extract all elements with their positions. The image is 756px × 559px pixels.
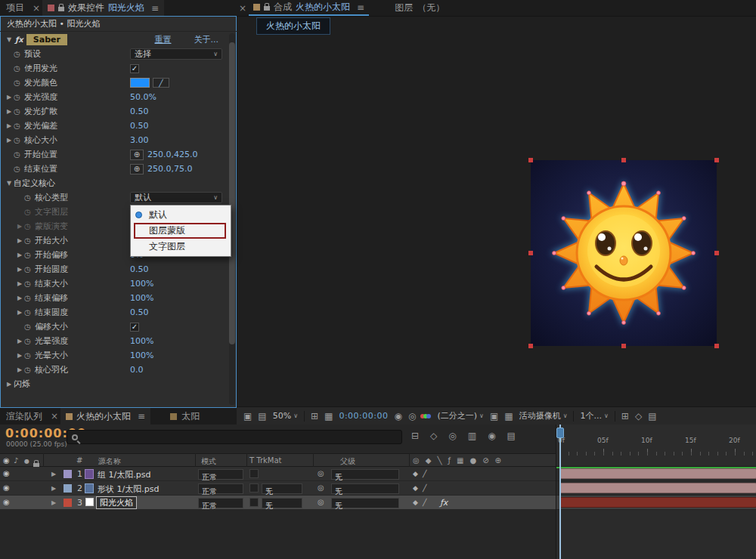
layer-name[interactable]: 组 1/太阳.psd [98,469,150,480]
selection-handle[interactable] [528,344,533,348]
property-value[interactable]: 3.00 [130,135,149,145]
property-value[interactable]: 100% [130,293,153,303]
graph-editor-icon[interactable]: ▤ [507,431,516,441]
fast-preview-icon[interactable]: ◇ [635,411,642,422]
tab-layer[interactable]: 图层（无） [389,2,451,14]
row-start-position[interactable]: ◷开始位置⊕250.0,425.0 [0,147,237,162]
pixel-aspect-icon[interactable]: ⊞ [621,411,629,422]
stopwatch-icon[interactable]: ◷ [14,93,24,101]
stopwatch-icon[interactable]: ◷ [14,165,24,173]
stopwatch-icon[interactable]: ◷ [24,294,35,302]
preserve-transparency-checkbox[interactable] [249,498,259,507]
column-trkmat[interactable]: T TrkMat [249,456,282,465]
eye-icon[interactable]: ◉ [3,498,10,506]
shy-icon[interactable]: ◎ [448,431,456,441]
selection-handle[interactable] [528,158,533,162]
property-value[interactable]: 0.50 [130,307,149,317]
panel-menu-icon[interactable]: ≡ [357,2,364,13]
row-halo-size[interactable]: ▶◷光晕大小100% [0,348,237,363]
offset-size-checkbox[interactable]: ✓ [130,323,139,332]
menu-item-text-layer[interactable]: 文字图层 [131,239,231,255]
row-start-roundness[interactable]: ▶◷开始圆度0.50 [0,262,237,276]
tab-composition[interactable]: 合成 火热的小太阳 ≡ [249,0,369,16]
stopwatch-icon[interactable]: ◷ [24,337,35,345]
property-value[interactable]: 50.0% [130,92,156,102]
trkmat-dropdown[interactable]: 无∨ [262,483,302,494]
layer-row-3[interactable]: ◉ ▶ 3 阳光火焰 正常∨ 无∨ ◎ 无∨ ◆╱ ƒx [0,496,556,510]
twirl-icon[interactable]: ▶ [15,352,24,359]
scrollbar-thumb[interactable] [229,42,235,344]
crosshair-icon[interactable]: ⊕ [130,150,144,160]
selection-handle[interactable] [714,251,719,255]
menu-item-default[interactable]: 默认 [131,207,231,223]
row-end-roundness[interactable]: ▶◷结束圆度0.50 [0,305,237,320]
row-flicker-group[interactable]: ▶闪烁 [0,377,237,391]
property-value[interactable]: 100% [130,336,153,346]
timeline-link-icon[interactable]: ▤ [648,411,656,422]
stopwatch-icon[interactable]: ◷ [14,64,24,73]
effect-name[interactable]: Saber [26,34,67,45]
magnification-dropdown[interactable]: 50%∨ [273,411,298,421]
twirl-icon[interactable]: ▶ [51,471,56,477]
view-layout-dropdown[interactable]: 1个...∨ [580,410,608,422]
tab-render-queue[interactable]: 渲染队列 [0,410,48,423]
draft-3d-icon[interactable]: ◇ [430,431,437,441]
parent-dropdown[interactable]: 无∨ [331,483,399,494]
layer-row-1[interactable]: ◉ ▶ 1 组 1/太阳.psd 正常∨ ◎ 无∨ ◆╱ [0,467,556,481]
twirl-open-icon[interactable]: ▼ [5,36,14,43]
pick-whip-icon[interactable]: ◎ [318,498,324,506]
row-glow-bias[interactable]: ▶◷发光偏差0.50 [0,119,237,133]
selection-handle[interactable] [621,344,626,348]
property-value[interactable]: 100% [130,279,153,289]
eye-icon[interactable]: ◉ [3,483,10,492]
mini-flowchart-icon[interactable]: ⊟ [411,431,419,441]
stopwatch-icon[interactable]: ◷ [14,50,24,58]
row-customize-core-group[interactable]: ▼自定义核心 [0,176,237,190]
row-glow-intensity[interactable]: ▶◷发光强度50.0% [0,90,237,104]
color-swatch[interactable] [130,78,150,88]
row-offset-size[interactable]: ◷偏移大小✓ [0,320,237,334]
row-core-feather[interactable]: ▶◷核心羽化0.0 [0,363,237,377]
twirl-icon[interactable]: ▶ [15,366,24,373]
stopwatch-icon[interactable]: ◷ [24,308,35,317]
twirl-icon[interactable]: ▶ [15,280,24,287]
blend-mode-dropdown[interactable]: 正常∨ [198,469,243,480]
twirl-icon[interactable]: ▶ [5,122,14,129]
label-color-chip[interactable] [64,484,72,493]
selection-handle[interactable] [714,344,719,348]
twirl-icon[interactable]: ▶ [15,266,24,273]
close-icon[interactable]: × [237,3,249,14]
property-value[interactable]: 0.50 [130,264,149,274]
layer-switches[interactable]: ◆╱ [413,499,431,506]
layer-duration-bar[interactable] [559,483,756,493]
pick-whip-icon[interactable]: ◎ [318,469,324,477]
column-source-name[interactable]: 源名称 [98,456,121,467]
tab-timeline-sun[interactable]: 太阳 [164,410,206,423]
layer-switches[interactable]: ◆╱ [413,484,431,492]
parent-dropdown[interactable]: 无∨ [331,469,399,480]
tab-effect-controls[interactable]: 效果控件 阳光火焰 ≡ [42,0,164,16]
close-icon[interactable]: × [30,3,42,14]
property-value[interactable]: 0.0 [130,365,144,375]
stopwatch-icon[interactable]: ◷ [14,79,24,87]
layer-switches[interactable]: ◆╱ [413,470,431,477]
selection-handle[interactable] [714,158,719,162]
position-value[interactable]: 250.0,425.0 [147,150,197,159]
row-enable-glow[interactable]: ◷使用发光✓ [0,61,237,76]
column-parent[interactable]: 父级 [340,456,355,467]
enable-glow-checkbox[interactable]: ✓ [130,64,139,73]
mask-visibility-icon[interactable]: ▦ [324,411,333,422]
eyedropper-icon[interactable]: ╱ [153,78,169,88]
transparency-grid-icon[interactable]: ▦ [504,411,513,422]
stopwatch-icon[interactable]: ◷ [24,351,35,360]
row-end-offset[interactable]: ▶◷结束偏移100% [0,291,237,305]
time-area[interactable]: 0f 05f 10f 15f 20f [556,425,756,559]
comp-viewport[interactable] [237,35,756,406]
row-halo-intensity[interactable]: ▶◷光晕强度100% [0,334,237,348]
preserve-transparency-checkbox[interactable] [249,469,259,478]
region-of-interest-icon[interactable]: ▣ [490,411,498,422]
snapshot-icon[interactable]: ◉ [395,411,402,422]
trkmat-dropdown[interactable]: 无∨ [262,498,302,508]
twirl-icon[interactable]: ▶ [15,338,24,344]
search-field[interactable] [67,430,402,444]
